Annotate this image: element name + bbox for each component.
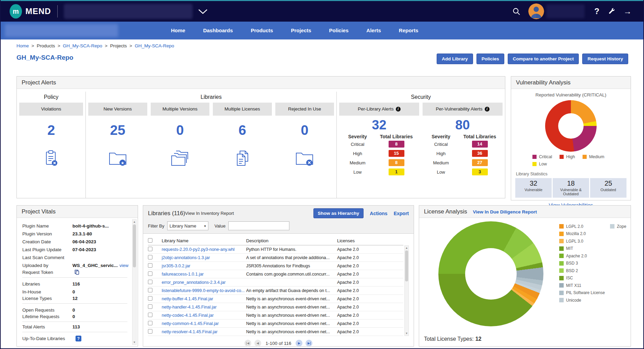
library-statistic-box[interactable]: 18 Vulnerable & Outdated	[553, 178, 589, 198]
next-page-button[interactable]: ▶	[296, 340, 302, 347]
actions-link[interactable]: Actions	[370, 211, 387, 216]
chevron-down-icon[interactable]	[198, 9, 208, 14]
nav-item[interactable]: Dashboards	[194, 22, 242, 39]
library-name-link[interactable]: listenablefuture-9999.0-empty-to-avoid-c…	[162, 288, 246, 293]
vitals-scrollbar[interactable]: ▲ ▼	[132, 219, 137, 345]
nav-item[interactable]: Reports	[390, 22, 427, 39]
export-link[interactable]: Export	[394, 211, 409, 216]
nav-item[interactable]: Policies	[320, 22, 358, 39]
library-name-link[interactable]: error_prone_annotations-2.3.4.jar	[162, 280, 246, 285]
select-all-checkbox[interactable]	[148, 238, 152, 243]
library-name-link[interactable]: netty-codec-4.1.45.Final.jar	[162, 313, 246, 318]
alert-stat-card[interactable]: New Versions 25 ★	[88, 103, 147, 170]
info-icon[interactable]: i	[396, 107, 401, 112]
nav-item[interactable]: Products	[242, 22, 282, 39]
action-button[interactable]: Request History	[582, 54, 628, 64]
action-button[interactable]: Compare to another Project	[508, 54, 579, 64]
stat-value[interactable]: 6	[239, 123, 246, 138]
column-header-description[interactable]: Description	[246, 238, 337, 243]
column-header-licenses[interactable]: Licenses	[337, 238, 403, 243]
row-checkbox[interactable]	[148, 313, 152, 317]
logout-icon[interactable]: →	[623, 7, 632, 16]
breadcrumb-item[interactable]: Home	[16, 43, 29, 48]
row-checkbox[interactable]	[148, 280, 152, 284]
last-page-button[interactable]: ▶	[306, 340, 312, 347]
alert-stat-card[interactable]: Violations 2	[19, 103, 83, 170]
user-avatar[interactable]	[528, 3, 544, 19]
stat-tab[interactable]: Per-Library Alerts i	[339, 103, 419, 116]
library-name-link[interactable]: netty-common-4.1.45.Final.jar	[162, 321, 246, 326]
copy-icon[interactable]	[74, 269, 80, 275]
scrollbar-thumb[interactable]	[405, 251, 408, 281]
admin-wrench-icon[interactable]	[608, 8, 615, 15]
stat-value[interactable]: 2	[47, 123, 55, 138]
row-checkbox[interactable]	[148, 247, 152, 251]
stat-tab[interactable]: Multiple Licenses	[213, 103, 272, 116]
row-checkbox[interactable]	[148, 329, 152, 334]
scrollbar-thumb[interactable]	[133, 224, 136, 267]
scroll-up-icon[interactable]: ▲	[133, 220, 136, 223]
scroll-up-icon[interactable]: ▲	[405, 246, 409, 249]
stat-value[interactable]: 0	[176, 123, 184, 138]
row-checkbox[interactable]	[148, 296, 152, 301]
stat-value[interactable]: 0	[301, 123, 308, 138]
breadcrumb-item[interactable]: Products	[29, 43, 55, 48]
first-page-button[interactable]: ◀	[244, 340, 251, 347]
row-checkbox[interactable]	[148, 263, 152, 268]
stat-tab[interactable]: New Versions	[88, 103, 147, 116]
show-as-hierarchy-button[interactable]: Show as Hierarchy	[313, 208, 364, 218]
action-button[interactable]: Policies	[476, 54, 504, 64]
legend-label: High	[566, 154, 575, 159]
column-header-library-name[interactable]: Library Name	[162, 238, 246, 243]
nav-item[interactable]: Projects	[282, 22, 320, 39]
row-checkbox[interactable]	[148, 255, 152, 259]
breadcrumb-item[interactable]: GH_My-SCA-Repo	[127, 43, 174, 48]
user-name-redacted[interactable]	[546, 4, 585, 18]
brand-name: MEND	[25, 7, 51, 16]
stat-value[interactable]: 32	[372, 118, 386, 132]
stat-tab[interactable]: Multiple Versions	[151, 103, 210, 116]
library-statistic-box[interactable]: 32 Vulnerable	[515, 178, 552, 198]
library-name-link[interactable]: j2objc-annotations-1.3.jar	[162, 255, 246, 260]
stat-value[interactable]: 25	[110, 123, 126, 138]
row-checkbox[interactable]	[148, 271, 152, 276]
alert-stat-card[interactable]: Multiple Licenses 6	[213, 103, 272, 170]
filter-field-select[interactable]: Library Name ▾	[167, 221, 208, 230]
help-icon[interactable]: ?	[594, 7, 599, 16]
library-statistic-box[interactable]: 25 Outdated	[590, 178, 626, 198]
row-checkbox[interactable]	[148, 321, 152, 325]
view-in-inventory-report-link[interactable]: View In Inventory Report	[185, 211, 234, 216]
alert-stat-card[interactable]: Rejected In Use 0	[275, 103, 334, 170]
nav-item[interactable]: Home	[162, 22, 194, 39]
severity-label: Low	[341, 170, 375, 175]
library-name-link[interactable]: netty-buffer-4.1.45.Final.jar	[162, 296, 246, 301]
breadcrumb-item[interactable]: Projects	[102, 43, 127, 48]
nav-item[interactable]: Alerts	[357, 22, 390, 39]
breadcrumb-item[interactable]: GH_My-SCA-Repo	[55, 43, 102, 48]
library-name-link[interactable]: netty-resolver-4.1.45.Final.jar	[162, 329, 246, 334]
library-name-link[interactable]: requests-2.20.0-py2.py3-none-any.whl	[162, 247, 246, 252]
library-name-link[interactable]: jsr305-3.0.2.jar	[162, 264, 246, 268]
organization-selector[interactable]	[64, 4, 193, 19]
search-icon[interactable]	[512, 7, 521, 16]
view-in-due-diligence-report-link[interactable]: View In Due Diligence Report	[473, 209, 537, 214]
stat-value[interactable]: 80	[455, 118, 470, 132]
filter-value-input[interactable]	[228, 221, 289, 230]
info-icon[interactable]: i	[485, 107, 490, 112]
scroll-down-icon[interactable]: ▼	[133, 341, 136, 344]
alert-stat-card[interactable]: Multiple Versions 0	[151, 103, 210, 170]
row-checkbox[interactable]	[148, 288, 152, 292]
view-link[interactable]: view	[119, 263, 128, 268]
action-button[interactable]: Add Library	[437, 54, 473, 64]
vitals-row: License Types 12	[22, 296, 127, 304]
table-scrollbar[interactable]: ▲ ▼	[404, 245, 409, 336]
library-name-link[interactable]: netty-handler-4.1.45.Final.jar	[162, 305, 246, 310]
stat-tab[interactable]: Per-Vulnerability Alerts i	[423, 103, 503, 116]
stat-tab[interactable]: Violations	[19, 103, 83, 116]
scroll-down-icon[interactable]: ▼	[405, 332, 409, 335]
previous-page-button[interactable]: ◀	[254, 340, 261, 347]
help-badge[interactable]: ?	[76, 336, 81, 341]
row-checkbox[interactable]	[148, 304, 152, 309]
library-name-link[interactable]: failureaccess-1.0.1.jar	[162, 272, 246, 277]
stat-tab[interactable]: Rejected In Use	[275, 103, 334, 116]
